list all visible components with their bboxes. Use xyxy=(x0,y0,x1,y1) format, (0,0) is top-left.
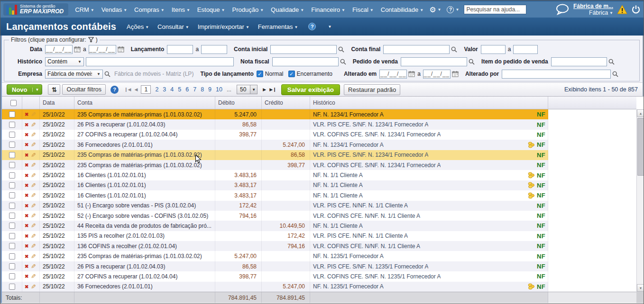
page-1[interactable]: 1 xyxy=(141,85,151,94)
historico-input[interactable] xyxy=(86,57,234,66)
edit-icon[interactable]: ✎ xyxy=(31,263,36,270)
historico-operator-select[interactable]: Contém▼ xyxy=(45,57,84,66)
alterado-por-input[interactable] xyxy=(502,70,611,79)
row-checkbox[interactable] xyxy=(9,182,15,188)
page-7[interactable]: 7 xyxy=(193,86,196,93)
row-checkbox[interactable] xyxy=(9,203,15,209)
account-link[interactable]: Fábrica de m... xyxy=(573,3,613,9)
alterado-em-from-input[interactable]: __/__/__ xyxy=(379,70,407,79)
search-icon[interactable] xyxy=(612,71,618,77)
select-all-checkbox[interactable] xyxy=(10,100,17,106)
restore-default-button[interactable]: Restaurar padrão xyxy=(344,84,400,95)
search-icon[interactable] xyxy=(451,46,457,53)
row-checkbox[interactable] xyxy=(9,213,15,219)
table-row[interactable]: ✖✎25/10/2216 Clientes (1.01.02.01.01)3.4… xyxy=(2,170,548,180)
scroll-up-icon[interactable]: ▲ xyxy=(637,109,644,117)
search-icon[interactable] xyxy=(608,59,615,65)
nf-badge[interactable]: NF xyxy=(537,212,545,219)
edit-icon[interactable]: ✎ xyxy=(31,161,36,169)
filters-legend[interactable]: Filtros (clique para configurar: ) xyxy=(9,36,100,43)
delete-icon[interactable]: ✖ xyxy=(25,223,28,228)
chevron-down-icon[interactable]: ▼ xyxy=(32,88,42,92)
row-checkbox[interactable] xyxy=(9,263,15,269)
chat-bubble-icon[interactable] xyxy=(555,4,570,15)
search-icon[interactable] xyxy=(469,59,475,65)
edit-icon[interactable]: ✎ xyxy=(31,152,36,159)
edit-icon[interactable]: ✎ xyxy=(31,141,36,148)
warning-icon[interactable] xyxy=(617,5,627,14)
page-2[interactable]: 2 xyxy=(155,86,158,93)
delete-icon[interactable]: ✖ xyxy=(25,122,28,127)
page-help-icon[interactable]: ? xyxy=(308,23,316,30)
column-header-data[interactable]: Data xyxy=(40,97,74,109)
calendar-icon[interactable] xyxy=(118,46,124,53)
delete-icon[interactable]: ✖ xyxy=(25,142,28,147)
column-header-conta[interactable]: Conta xyxy=(74,97,215,109)
row-checkbox[interactable] xyxy=(9,111,15,117)
row-checkbox[interactable] xyxy=(9,132,15,138)
nota-fiscal-input[interactable] xyxy=(272,57,339,66)
page-8[interactable]: 8 xyxy=(201,86,204,93)
row-checkbox[interactable] xyxy=(9,142,15,148)
table-row[interactable]: ✖✎25/10/2236 Fornecedores (2.01.01.01)5.… xyxy=(2,282,548,292)
delete-icon[interactable]: ✖ xyxy=(25,213,28,218)
page-menu-consultar[interactable]: Consultar▼ xyxy=(157,23,189,30)
refresh-button[interactable]: ⇅ xyxy=(48,84,60,95)
edit-icon[interactable]: ✎ xyxy=(31,222,36,229)
conta-final-input[interactable] xyxy=(383,45,450,54)
delete-icon[interactable]: ✖ xyxy=(25,173,28,178)
item-pedido-input[interactable] xyxy=(551,57,607,66)
row-checkbox[interactable] xyxy=(9,192,15,198)
nf-badge[interactable]: NF xyxy=(537,222,545,229)
search-icon[interactable] xyxy=(338,46,344,53)
delete-icon[interactable]: ✖ xyxy=(25,264,28,269)
last-page-icon[interactable]: ▶❙ xyxy=(269,87,276,92)
company-selector[interactable]: Fábrica▼ xyxy=(589,9,613,16)
settings-menu[interactable]: ⚙▼ xyxy=(429,5,441,14)
row-checkbox[interactable] xyxy=(9,162,15,168)
delete-icon[interactable]: ✖ xyxy=(25,193,28,198)
scroll-down-icon[interactable]: ▼ xyxy=(637,284,644,292)
edit-icon[interactable]: ✎ xyxy=(31,232,36,240)
page-3[interactable]: 3 xyxy=(163,86,166,93)
app-logo[interactable]: Sistema de gestão ERP MAXIPROD xyxy=(3,3,68,16)
page-9[interactable]: 9 xyxy=(208,86,212,93)
column-header-historico[interactable]: Histórico xyxy=(310,97,548,109)
row-checkbox[interactable] xyxy=(9,233,15,239)
topbar-menu-financeiro[interactable]: Financeiro▼ xyxy=(311,6,345,13)
delete-icon[interactable]: ✖ xyxy=(25,254,28,259)
table-row[interactable]: ✖✎25/10/2252 (-) Encargo sobre vendas - … xyxy=(2,211,548,221)
page-menu-ferramentas[interactable]: Ferramentas▼ xyxy=(258,23,298,30)
search-icon[interactable] xyxy=(104,71,110,77)
table-row[interactable]: ✖✎25/10/2227 COFINS a recuperar (1.01.02… xyxy=(2,271,548,281)
row-checkbox[interactable] xyxy=(9,284,15,290)
row-checkbox[interactable] xyxy=(9,152,15,158)
encerramento-checkbox[interactable]: ✓ xyxy=(288,71,295,77)
next-page-icon[interactable]: ▶ xyxy=(263,87,266,92)
toolbar-help-icon[interactable]: ? xyxy=(110,86,119,94)
page-size-select[interactable]: 50 ▼ xyxy=(237,85,258,94)
nf-badge[interactable]: NF xyxy=(537,161,545,169)
nf-badge[interactable]: NF xyxy=(537,182,545,189)
delete-icon[interactable]: ✖ xyxy=(25,132,28,137)
normal-checkbox[interactable]: ✓ xyxy=(257,71,263,77)
valor-to-input[interactable] xyxy=(513,45,538,54)
table-row[interactable]: ✖✎25/10/2227 COFINS a recuperar (1.01.02… xyxy=(2,130,548,140)
nf-badge[interactable]: NF xyxy=(537,253,545,260)
page-menu-imprimir-exportar[interactable]: Imprimir/exportar▼ xyxy=(198,23,249,30)
nf-badge[interactable]: NF xyxy=(537,111,545,118)
power-icon[interactable] xyxy=(631,5,641,14)
vertical-scrollbar[interactable]: ▲ ▼ xyxy=(636,109,644,292)
table-row[interactable]: ✖✎25/10/2226 PIS a recuperar (1.01.02.04… xyxy=(2,119,548,129)
first-page-icon[interactable]: ❙◀ xyxy=(124,87,131,92)
nf-badge[interactable]: NF xyxy=(537,172,545,179)
edit-icon[interactable]: ✎ xyxy=(31,172,36,179)
nf-badge[interactable]: NF xyxy=(537,202,545,209)
edit-icon[interactable]: ✎ xyxy=(31,192,36,199)
topbar-menu-estoque[interactable]: Estoque▼ xyxy=(197,6,225,13)
table-row[interactable]: ✖✎25/10/22235 Compras de matérias-primas… xyxy=(2,251,548,261)
row-checkbox[interactable] xyxy=(9,243,15,249)
topbar-menu-producao[interactable]: Produção▼ xyxy=(232,6,264,13)
edit-icon[interactable]: ✎ xyxy=(31,121,36,128)
delete-icon[interactable]: ✖ xyxy=(25,183,28,188)
